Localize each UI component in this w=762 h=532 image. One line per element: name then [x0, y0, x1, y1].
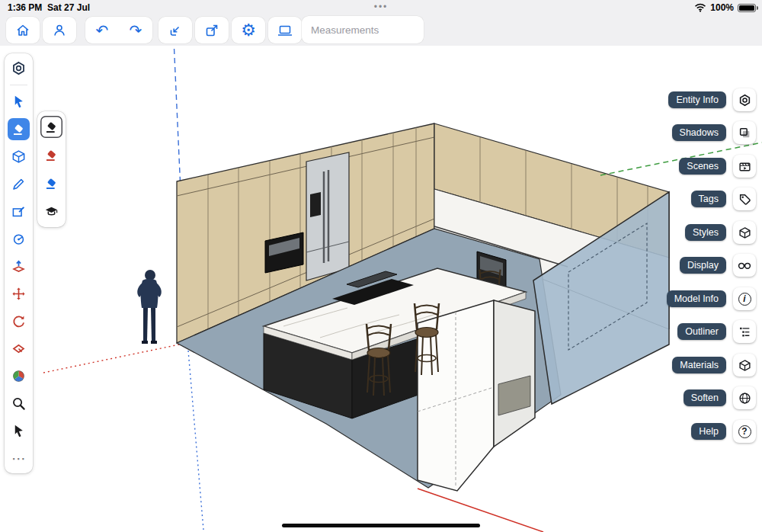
paint-icon: [11, 369, 26, 383]
help-label[interactable]: Help: [691, 423, 726, 440]
zoom-tool-button[interactable]: [8, 393, 30, 415]
import-icon: [168, 23, 183, 38]
ellipsis-icon: ⋯: [11, 451, 26, 466]
home-indicator[interactable]: [282, 524, 480, 527]
panel-row-shadows: Shadows: [672, 121, 756, 144]
wifi-icon: [694, 3, 706, 12]
eraser-tool-button[interactable]: [8, 118, 30, 140]
prism-icon: [11, 149, 26, 164]
tags-button[interactable]: [733, 187, 756, 210]
battery-percent: 100%: [710, 2, 734, 13]
panel-row-tags: Tags: [691, 187, 756, 210]
more-tools-button[interactable]: ⋯: [8, 447, 30, 470]
scenes-label[interactable]: Scenes: [679, 158, 726, 175]
panel-row-outliner: Outliner: [677, 320, 756, 343]
entity-info-label[interactable]: Entity Info: [668, 91, 726, 108]
scenes-button[interactable]: [733, 155, 756, 178]
soften-button[interactable]: [733, 386, 756, 409]
paint-tool-button[interactable]: [8, 365, 30, 387]
canvas-3d-view[interactable]: [0, 0, 762, 532]
battery-icon: [738, 4, 756, 12]
magnifier-icon: [11, 396, 26, 411]
panel-row-soften: Soften: [684, 386, 756, 409]
move-icon: [11, 287, 26, 301]
hexagon-gear-icon: [11, 61, 26, 75]
home-icon: [15, 23, 30, 38]
eraser-flyout: [37, 111, 66, 227]
toolbar-divider: [10, 85, 27, 85]
rectangle-pencil-icon: [11, 204, 26, 219]
styles-label[interactable]: Styles: [685, 224, 726, 241]
left-toolbar: ⋯: [5, 53, 33, 473]
outliner-button[interactable]: [733, 320, 756, 343]
home-button[interactable]: [6, 17, 40, 43]
entity-info-button[interactable]: [733, 88, 756, 111]
outliner-label[interactable]: Outliner: [677, 323, 726, 340]
push-pull-icon: [11, 259, 26, 274]
styles-button[interactable]: [733, 221, 756, 244]
model-info-icon: i: [738, 293, 751, 306]
settings-gear-icon: ⚙: [241, 22, 256, 39]
device-display-icon: [277, 23, 293, 38]
panel-row-scenes: Scenes: [679, 155, 756, 178]
undo-icon: ↶: [96, 23, 109, 38]
materials-button[interactable]: [733, 354, 756, 377]
section-plane-icon: [11, 341, 26, 356]
rotate-icon: [11, 314, 26, 328]
materials-label[interactable]: Materials: [672, 357, 726, 373]
eraser-default-button[interactable]: [40, 116, 62, 138]
shadows-label[interactable]: Shadows: [672, 124, 726, 141]
display-button[interactable]: [733, 254, 756, 277]
rotate-tool-button[interactable]: [8, 310, 30, 332]
entity-info-icon: [738, 94, 751, 107]
cursor-icon: [11, 424, 26, 438]
section-plane-tool-button[interactable]: [8, 338, 30, 360]
tag-icon: [738, 193, 751, 206]
model-hex-tool-button[interactable]: [8, 57, 30, 79]
soften-icon: [738, 392, 751, 405]
shapes-tool-button[interactable]: [8, 146, 30, 168]
scenes-icon: [738, 160, 751, 173]
help-button[interactable]: ?: [733, 420, 756, 443]
add-collaborator-icon: [52, 23, 67, 38]
push-pull-tool-button[interactable]: [8, 255, 30, 277]
eraser-soften-button[interactable]: [40, 172, 62, 194]
shadows-button[interactable]: [733, 121, 756, 144]
circle-tool-button[interactable]: [8, 228, 30, 250]
outliner-icon: [738, 325, 751, 338]
soften-label[interactable]: Soften: [684, 389, 726, 406]
export-button[interactable]: [195, 17, 229, 43]
materials-icon: [738, 359, 751, 372]
redo-button[interactable]: ↷: [119, 17, 152, 43]
model-info-button[interactable]: i: [733, 287, 756, 310]
move-tool-button[interactable]: [8, 283, 30, 305]
eraser-tutorial-button[interactable]: [40, 200, 62, 223]
styles-icon: [738, 226, 751, 239]
multitask-dots[interactable]: •••: [0, 2, 762, 12]
eraser-hide-button[interactable]: [40, 144, 62, 166]
panel-row-materials: Materials: [672, 354, 756, 377]
eraser-icon: [44, 120, 59, 134]
circle-icon: [11, 232, 26, 246]
eraser-icon: [11, 122, 26, 136]
panel-row-model-info: Model Info i: [667, 287, 756, 310]
select-cursor-icon: [11, 95, 26, 109]
display-label[interactable]: Display: [680, 257, 726, 274]
panel-row-help: Help ?: [691, 420, 756, 443]
tags-label[interactable]: Tags: [691, 191, 726, 207]
settings-button[interactable]: ⚙: [232, 17, 265, 43]
select-tool-button[interactable]: [8, 91, 30, 113]
measurements-input[interactable]: [311, 24, 415, 36]
model-info-label[interactable]: Model Info: [667, 290, 726, 307]
line-tool-button[interactable]: [8, 173, 30, 195]
help-icon: ?: [738, 425, 751, 438]
eraser-blue-icon: [44, 176, 59, 191]
device-display-button[interactable]: [268, 17, 302, 43]
undo-button[interactable]: ↶: [85, 17, 119, 43]
panel-row-display: Display: [680, 254, 756, 277]
add-collaborator-button[interactable]: [43, 17, 76, 43]
rectangle-tool-button[interactable]: [8, 200, 30, 223]
import-button[interactable]: [158, 17, 192, 43]
orbit-select-tool-button[interactable]: [8, 420, 30, 442]
undo-redo-group: ↶ ↷: [85, 17, 152, 43]
